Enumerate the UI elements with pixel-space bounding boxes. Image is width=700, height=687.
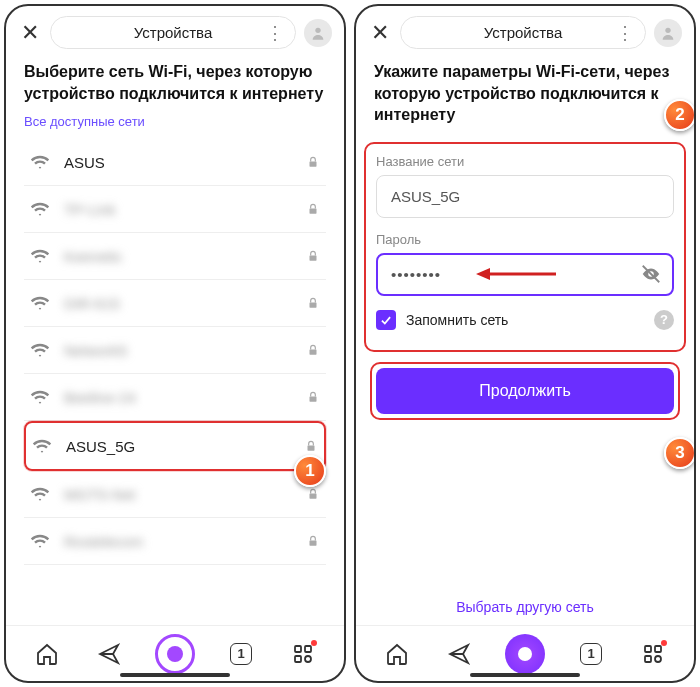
nav-home[interactable] [381, 638, 413, 670]
home-indicator [120, 673, 230, 677]
lock-icon [306, 487, 320, 501]
network-name-label: Название сети [376, 154, 674, 169]
network-name-input[interactable] [376, 175, 674, 218]
lock-icon [304, 439, 318, 453]
svg-rect-19 [655, 646, 661, 652]
svg-rect-4 [310, 303, 317, 308]
network-list: ASUSTP-LinkKeeneticDIR-615Network5Beelin… [24, 139, 326, 565]
nav-send[interactable] [93, 638, 125, 670]
page-title: Устройства [484, 24, 562, 41]
more-icon[interactable]: ⋮ [616, 22, 633, 44]
avatar[interactable] [654, 19, 682, 47]
svg-point-14 [665, 27, 670, 32]
svg-rect-12 [295, 656, 301, 662]
phone-screen-1: ✕ Устройства ⋮ Выберите сеть Wi-Fi, чере… [4, 4, 346, 683]
nav-menu[interactable] [287, 638, 319, 670]
lock-icon [306, 343, 320, 357]
remember-checkbox[interactable] [376, 310, 396, 330]
svg-point-13 [305, 656, 311, 662]
network-name-group: Название сети [376, 154, 674, 218]
network-item[interactable]: DIR-615 [24, 280, 326, 327]
network-name: ASUS_5G [66, 438, 304, 455]
network-item[interactable]: TP-Link [24, 186, 326, 233]
avatar[interactable] [304, 19, 332, 47]
network-name: ASUS [64, 154, 306, 171]
svg-rect-20 [645, 656, 651, 662]
page-title-pill[interactable]: Устройства ⋮ [50, 16, 296, 49]
continue-button[interactable]: Продолжить [376, 368, 674, 414]
page-title: Устройства [134, 24, 212, 41]
svg-rect-9 [310, 541, 317, 546]
svg-rect-1 [310, 162, 317, 167]
page-title-pill[interactable]: Устройства ⋮ [400, 16, 646, 49]
content-area: Укажите параметры Wi-Fi-сети, через кото… [356, 57, 694, 625]
wifi-icon [30, 293, 50, 313]
nav-home[interactable] [31, 638, 63, 670]
nav-tabs[interactable]: 1 [575, 638, 607, 670]
visibility-off-icon[interactable] [640, 263, 662, 285]
nav-menu[interactable] [637, 638, 669, 670]
network-item[interactable]: Network5 [24, 327, 326, 374]
header: ✕ Устройства ⋮ [6, 6, 344, 57]
heading: Выберите сеть Wi-Fi, через которую устро… [24, 61, 326, 104]
svg-rect-6 [310, 397, 317, 402]
close-icon[interactable]: ✕ [18, 20, 42, 46]
header: ✕ Устройства ⋮ [356, 6, 694, 57]
password-label: Пароль [376, 232, 674, 247]
svg-rect-3 [310, 256, 317, 261]
network-name: DIR-615 [64, 295, 306, 312]
button-highlight: Продолжить [370, 362, 680, 420]
network-name: Keenetic [64, 248, 306, 265]
network-name: TP-Link [64, 201, 306, 218]
nav-alice[interactable] [155, 634, 195, 674]
wifi-icon [30, 152, 50, 172]
wifi-icon [30, 246, 50, 266]
network-name: Beeline-24 [64, 389, 306, 406]
content-area: Выберите сеть Wi-Fi, через которую устро… [6, 57, 344, 625]
home-indicator [470, 673, 580, 677]
subheading: Все доступные сети [24, 114, 326, 129]
svg-point-0 [315, 27, 320, 32]
close-icon[interactable]: ✕ [368, 20, 392, 46]
callout-2: 2 [664, 99, 694, 131]
svg-rect-18 [645, 646, 651, 652]
help-icon[interactable]: ? [654, 310, 674, 330]
network-item[interactable]: ASUS [24, 139, 326, 186]
form-highlight: Название сети Пароль [364, 142, 686, 352]
other-network-link[interactable]: Выбрать другую сеть [356, 599, 694, 615]
wifi-icon [30, 199, 50, 219]
lock-icon [306, 296, 320, 310]
network-item[interactable]: Keenetic [24, 233, 326, 280]
svg-point-21 [655, 656, 661, 662]
svg-rect-7 [308, 446, 315, 451]
svg-rect-10 [295, 646, 301, 652]
network-name: MGTS-Net [64, 486, 306, 503]
remember-row: Запомнить сеть ? [376, 310, 674, 330]
nav-alice[interactable] [505, 634, 545, 674]
callout-3: 3 [664, 437, 694, 469]
wifi-icon [30, 484, 50, 504]
network-name: Rostelecom [64, 533, 306, 550]
network-item[interactable]: Rostelecom [24, 518, 326, 565]
network-item[interactable]: ASUS_5G [24, 421, 326, 471]
network-name: Network5 [64, 342, 306, 359]
lock-icon [306, 249, 320, 263]
svg-rect-11 [305, 646, 311, 652]
nav-tabs[interactable]: 1 [225, 638, 257, 670]
heading: Укажите параметры Wi-Fi-сети, через кото… [374, 61, 676, 126]
lock-icon [306, 155, 320, 169]
more-icon[interactable]: ⋮ [266, 22, 283, 44]
phone-screen-2: ✕ Устройства ⋮ Укажите параметры Wi-Fi-с… [354, 4, 696, 683]
password-group: Пароль [376, 232, 674, 296]
wifi-icon [32, 436, 52, 456]
network-item[interactable]: MGTS-Net [24, 471, 326, 518]
wifi-icon [30, 387, 50, 407]
lock-icon [306, 390, 320, 404]
svg-rect-8 [310, 494, 317, 499]
svg-rect-2 [310, 209, 317, 214]
password-input[interactable] [376, 253, 674, 296]
nav-send[interactable] [443, 638, 475, 670]
wifi-icon [30, 531, 50, 551]
remember-label: Запомнить сеть [406, 312, 644, 328]
network-item[interactable]: Beeline-24 [24, 374, 326, 421]
